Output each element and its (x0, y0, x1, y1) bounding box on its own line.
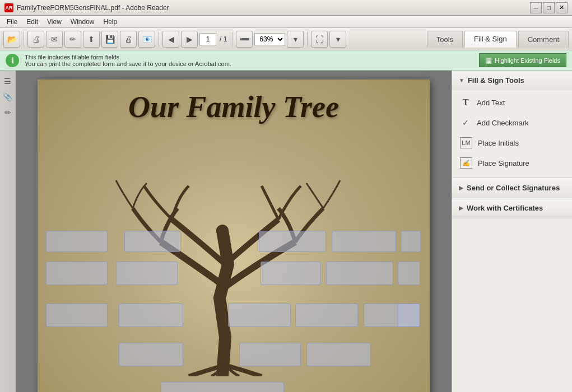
add-checkmark-item[interactable]: ✓ Add Checkmark (452, 113, 572, 133)
app-icon: AR (4, 3, 13, 12)
zoom-select[interactable]: 63% (254, 33, 285, 45)
place-signature-icon: ✍ (460, 157, 472, 169)
place-signature-label: Place Signature (478, 159, 529, 167)
toolbar: 📂 🖨 ✉ ✏ ⬆ 💾 🖨 📧 ◀ ▶ / 1 ➖ 63% ▾ ⛶ ▾ Tool… (0, 28, 572, 50)
window-controls: ─ □ ✕ (530, 2, 568, 13)
send-collect-section[interactable]: ▶ Send or Collect Signatures (452, 178, 572, 198)
fill-sign-section: ▼ Fill & Sign Tools T Add Text ✓ Add Che… (452, 71, 572, 178)
prev-page-button[interactable]: ◀ (162, 31, 179, 48)
add-text-item[interactable]: T Add Text (452, 92, 572, 113)
main-layout: ☰ 📎 ✏ Our Family Tree (0, 71, 572, 392)
save-button[interactable]: 💾 (101, 31, 118, 48)
left-sidebar: ☰ 📎 ✏ (0, 71, 16, 392)
highlight-btn-label: Highlight Existing Fields (495, 57, 560, 64)
maximize-button[interactable]: □ (543, 2, 555, 13)
work-certificates-section[interactable]: ▶ Work with Certificates (452, 198, 572, 218)
window-title: FamilyTreeFORM5GensFINAL.pdf - Adobe Rea… (17, 4, 169, 12)
separator-2 (159, 32, 159, 46)
place-initials-icon: LM (460, 137, 472, 148)
notif-line1: This file includes fillable form fields. (25, 54, 473, 60)
next-page-button[interactable]: ▶ (181, 31, 198, 48)
zoom-out-button[interactable]: ➖ (236, 31, 253, 48)
page-input[interactable] (199, 33, 216, 45)
print2-button[interactable]: 🖨 (120, 31, 137, 48)
field-gen3-3[interactable] (228, 304, 291, 327)
menu-file[interactable]: File (2, 17, 22, 27)
field-gen1-1[interactable] (46, 231, 108, 252)
field-gen2-5[interactable] (398, 262, 420, 285)
menu-view[interactable]: View (43, 17, 66, 27)
fill-sign-title: Fill & Sign Tools (468, 76, 524, 85)
page-total: / 1 (220, 35, 227, 43)
title-bar: AR FamilyTreeFORM5GensFINAL.pdf - Adobe … (0, 0, 572, 16)
menu-edit[interactable]: Edit (22, 17, 43, 27)
highlight-fields-button[interactable]: ▦ Highlight Existing Fields (479, 53, 566, 67)
work-certificates-arrow: ▶ (459, 205, 463, 211)
print-button[interactable]: 🖨 (27, 31, 44, 48)
fill-sign-arrow: ▼ (459, 77, 464, 83)
zoom-dropdown-button[interactable]: ▾ (287, 31, 304, 48)
field-gen3-4[interactable] (295, 304, 358, 327)
field-gen3-2[interactable] (119, 304, 183, 327)
notification-text: This file includes fillable form fields.… (25, 54, 473, 67)
field-gen3-1[interactable] (46, 304, 108, 327)
more-button[interactable]: ▾ (329, 31, 346, 48)
add-checkmark-icon: ✓ (460, 117, 471, 128)
field-gen4-3[interactable] (306, 343, 371, 366)
notification-icon: ℹ (6, 54, 19, 67)
fit-button[interactable]: ⛶ (311, 31, 328, 48)
separator-1 (24, 32, 24, 46)
email-button[interactable]: ✉ (46, 31, 63, 48)
field-gen2-2[interactable] (116, 262, 178, 285)
field-gen5-1[interactable] (161, 382, 284, 392)
field-gen1-4[interactable] (332, 231, 396, 252)
notification-bar: ℹ This file includes fillable form field… (0, 50, 572, 71)
fill-sign-header[interactable]: ▼ Fill & Sign Tools (452, 71, 572, 90)
right-panel: ▼ Fill & Sign Tools T Add Text ✓ Add Che… (452, 71, 572, 392)
tab-tools[interactable]: Tools (427, 31, 463, 48)
fill-sign-body: T Add Text ✓ Add Checkmark LM Place Init… (452, 90, 572, 178)
field-gen3-6[interactable] (398, 304, 420, 327)
edit-button[interactable]: ✏ (64, 31, 81, 48)
field-gen1-5[interactable] (401, 231, 421, 252)
form-fields (38, 80, 430, 392)
pdf-area[interactable]: Our Family Tree (16, 71, 452, 392)
send-collect-arrow: ▶ (459, 185, 463, 191)
field-gen2-1[interactable] (46, 262, 108, 285)
sidebar-pages-icon[interactable]: ☰ (2, 75, 14, 87)
tab-fill-sign[interactable]: Fill & Sign (464, 31, 517, 48)
sidebar-tools-icon[interactable]: ✏ (2, 106, 14, 119)
tab-comment[interactable]: Comment (518, 31, 569, 48)
pdf-document: Our Family Tree (38, 80, 430, 392)
mail2-button[interactable]: 📧 (138, 31, 155, 48)
field-gen4-1[interactable] (119, 343, 183, 366)
place-initials-item[interactable]: LM Place Initials (452, 133, 572, 153)
close-button[interactable]: ✕ (556, 2, 568, 13)
field-gen1-3[interactable] (259, 231, 326, 252)
field-gen2-4[interactable] (326, 262, 393, 285)
place-initials-label: Place Initials (478, 139, 519, 147)
open-button[interactable]: 📂 (3, 31, 20, 48)
separator-4 (307, 32, 308, 46)
field-gen4-2[interactable] (239, 343, 301, 366)
menu-bar: File Edit View Window Help (0, 16, 572, 28)
add-text-label: Add Text (477, 99, 505, 107)
add-text-icon: T (460, 97, 471, 108)
menu-window[interactable]: Window (66, 17, 99, 27)
separator-3 (232, 32, 232, 46)
add-checkmark-label: Add Checkmark (477, 119, 528, 127)
menu-help[interactable]: Help (99, 17, 122, 27)
notif-line2: You can print the completed form and sav… (25, 60, 473, 67)
field-gen2-3[interactable] (261, 262, 321, 285)
place-signature-item[interactable]: ✍ Place Signature (452, 153, 572, 173)
sidebar-attachments-icon[interactable]: 📎 (2, 91, 14, 103)
field-gen1-2[interactable] (124, 231, 180, 252)
highlight-icon: ▦ (485, 56, 492, 64)
upload-button[interactable]: ⬆ (83, 31, 100, 48)
work-certificates-title: Work with Certificates (467, 204, 543, 212)
send-collect-title: Send or Collect Signatures (467, 184, 560, 192)
minimize-button[interactable]: ─ (530, 2, 542, 13)
